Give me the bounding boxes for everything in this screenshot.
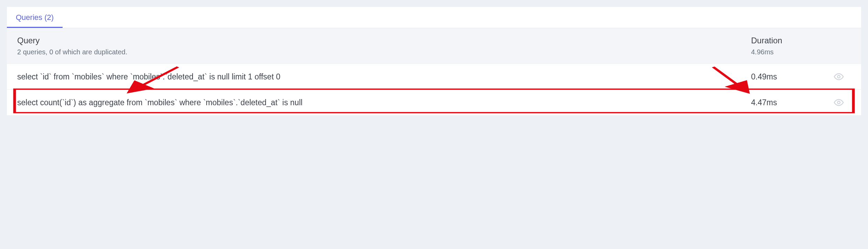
duration-total: 4.96ms [751, 48, 827, 56]
tab-queries[interactable]: Queries (2) [7, 7, 63, 28]
col-duration-header: Duration 4.96ms [751, 36, 827, 56]
eye-icon[interactable] [834, 97, 844, 108]
tabs-bar: Queries (2) [7, 7, 861, 28]
svg-point-1 [837, 101, 840, 104]
query-row: select `id` from `mobiles` where `mobile… [7, 64, 861, 89]
query-duration: 0.49ms [751, 72, 827, 82]
query-column-title: Query [17, 36, 751, 45]
queries-header-row: Query 2 queries, 0 of which are duplicat… [7, 28, 861, 64]
query-summary-text: 2 queries, 0 of which are duplicated. [17, 48, 751, 56]
query-row: select count(`id`) as aggregate from `mo… [7, 89, 861, 115]
query-sql-text: select `id` from `mobiles` where `mobile… [17, 72, 751, 82]
duration-column-title: Duration [751, 36, 827, 45]
svg-point-0 [837, 75, 840, 78]
query-sql-text: select count(`id`) as aggregate from `mo… [17, 98, 751, 107]
eye-icon[interactable] [834, 72, 844, 82]
col-query-header: Query 2 queries, 0 of which are duplicat… [17, 36, 751, 56]
queries-panel: Queries (2) Query 2 queries, 0 of which … [7, 7, 861, 115]
query-duration: 4.47ms [751, 98, 827, 107]
